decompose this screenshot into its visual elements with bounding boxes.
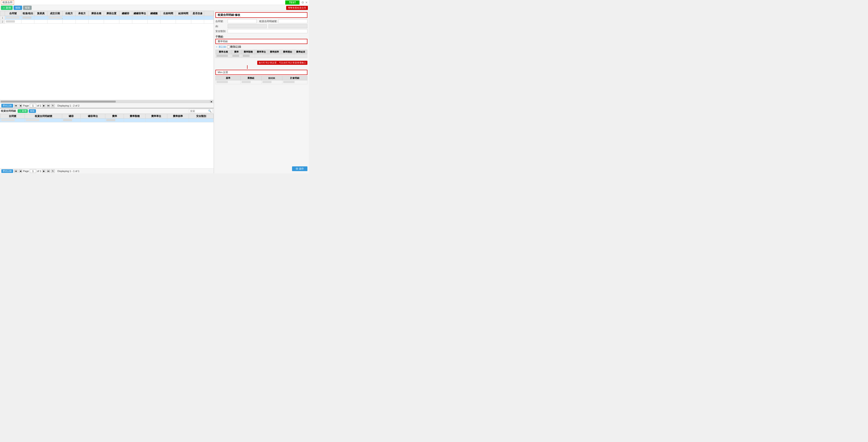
page-label: Page xyxy=(23,104,29,107)
search-input[interactable] xyxy=(190,110,208,112)
cell-wh-loc xyxy=(104,16,119,20)
cell-wh-name xyxy=(89,20,104,24)
move-button[interactable]: 移除 xyxy=(13,6,22,10)
row-num: 1 xyxy=(0,16,5,20)
bottom-nav-next[interactable]: ▶ xyxy=(42,169,46,173)
rcell-end xyxy=(294,54,307,58)
rcol-unit: 費率單位 xyxy=(255,50,268,54)
add-record-btn[interactable]: ＋ 新記錄 xyxy=(215,45,226,48)
cell-rent-inout xyxy=(21,16,34,20)
bottom-grid[interactable]: 合同號 租賃合同明細號 罐容 罐容單位 費率 費率類種 費率單位 費率頻率 安全… xyxy=(0,114,214,168)
cell-lessee xyxy=(75,20,88,24)
del-checkbox-input[interactable] xyxy=(227,45,230,48)
rate-table-row[interactable] xyxy=(216,54,307,58)
rate-tab[interactable]: 費率明細 xyxy=(215,39,307,44)
nav-first-btn[interactable]: ⏮ xyxy=(14,104,18,107)
safety-input[interactable] xyxy=(228,29,307,33)
cell-total-cap xyxy=(119,16,132,20)
mtm-table-row[interactable] xyxy=(216,80,307,84)
nav-last-btn[interactable]: ⏭ xyxy=(46,104,50,107)
cell-extra xyxy=(204,16,214,20)
safety-row: 安全類別: xyxy=(215,29,307,33)
bcell-contract xyxy=(0,118,25,122)
cell-total-tanks xyxy=(147,20,160,24)
cell-total-tanks xyxy=(147,16,160,20)
mcol-book: BOOK xyxy=(261,76,282,80)
contract-no-row: 合同號: 租賃合同明細號: xyxy=(215,19,307,23)
bottom-edit-button[interactable]: 移除 xyxy=(29,109,36,113)
nav-next-btn[interactable]: ▶ xyxy=(42,104,46,107)
rcell-start xyxy=(281,54,294,58)
col-rent-inout: 租進/租出 xyxy=(21,11,34,16)
table-row[interactable]: 1 xyxy=(0,16,214,20)
main-grid[interactable]: 合同號 租進/租出 貿易員 成交日期 出租方 承租方 庫區名稱 庫區位置 總罐容… xyxy=(0,11,214,100)
col-warehouse-loc: 庫區位置 xyxy=(104,11,119,16)
from-input2[interactable] xyxy=(269,24,308,28)
bcell-rate-freq xyxy=(167,118,189,122)
cell-lessee xyxy=(75,16,88,20)
cell-wh-loc xyxy=(104,20,119,24)
bottom-toolbar: 租賃合同明細 ＋ 新增 移除 🔍 xyxy=(0,108,214,114)
bottom-display-info: Displaying 1 - 1 of 1 xyxy=(57,170,79,172)
history-button[interactable]: 歷史記錄 xyxy=(1,104,13,107)
bottom-nav-first[interactable]: ⏮ xyxy=(14,169,18,173)
bottom-table-row[interactable] xyxy=(0,118,214,122)
cell-contract xyxy=(5,16,21,20)
mcol-bizgroup: 業務組 xyxy=(241,76,261,80)
bcol-contract-no: 合同號 xyxy=(0,114,25,118)
new-button[interactable]: ＋ 新增 xyxy=(1,6,13,10)
bottom-nav-last[interactable]: ⏭ xyxy=(46,169,50,173)
top-bar: 租賃合同 TEST ⚙ ✕ xyxy=(0,0,309,5)
mcol-base: 基準 xyxy=(216,76,241,80)
bottom-new-button[interactable]: ＋ 新增 xyxy=(18,109,28,113)
nav-prev-btn[interactable]: ◀ xyxy=(19,104,22,107)
rental-contract-no-input[interactable] xyxy=(278,19,307,23)
rate-toolbar: ＋ 新記錄 刪除記錄 xyxy=(215,45,307,49)
cell-end-time xyxy=(176,20,191,24)
mcell-book xyxy=(261,80,282,84)
col-end-time: 結束時間 xyxy=(176,11,191,16)
del-checkbox[interactable]: 刪除記錄 xyxy=(227,45,241,49)
col-total-cap-unit: 總罐容單位 xyxy=(132,11,148,16)
copy-button[interactable]: 複製 xyxy=(23,6,32,10)
right-panel: 租賃合同明細-修改 合同號: 租賃合同明細號: 由: 安全類別: 子業組: 費率… xyxy=(214,11,309,173)
from-input1[interactable] xyxy=(228,24,267,28)
grid-footer: 歷史記錄 ⏮ ◀ Page of 1 ▶ ⏭ ↻ Displaying 1 - … xyxy=(0,103,214,108)
cell-end-time xyxy=(176,16,191,20)
contract-no-input[interactable] xyxy=(228,19,256,23)
mcell-base xyxy=(216,80,241,84)
page-input[interactable] xyxy=(30,104,36,107)
sub-group-label: 子業組: xyxy=(215,35,307,38)
page-title: 租賃合同 xyxy=(1,0,14,4)
contract-no-label: 合同號: xyxy=(215,20,227,23)
scroll-right-btn[interactable]: ▶ xyxy=(210,100,213,103)
cell-lessor xyxy=(63,16,75,20)
test-badge: TEST xyxy=(285,0,300,4)
del-checkbox-label: 刪除記錄 xyxy=(230,45,241,49)
rcol-name: 費率名稱 xyxy=(216,50,231,54)
bottom-page-input[interactable] xyxy=(30,169,36,173)
refresh-btn[interactable]: ↻ xyxy=(51,104,55,107)
right-panel-title: 租賃合同明細-修改 xyxy=(215,12,307,18)
rcol-freq: 費率頻率 xyxy=(268,50,281,54)
bottom-nav-prev[interactable]: ◀ xyxy=(19,169,22,173)
save-button[interactable]: 保 儲存 xyxy=(292,166,307,171)
bottom-refresh-btn[interactable]: ↻ xyxy=(51,169,55,173)
left-panel: 合同號 租進/租出 貿易員 成交日期 出租方 承租方 庫區名稱 庫區位置 總罐容… xyxy=(0,11,214,173)
cell-lessor xyxy=(63,20,75,24)
cell-wh-name xyxy=(89,16,104,20)
bcol-cap-unit: 罐容單位 xyxy=(81,114,105,118)
horizontal-scrollbar[interactable] xyxy=(0,100,210,103)
table-row[interactable]: 2 xyxy=(0,20,214,24)
mtm-tab[interactable]: Mtm 設置 xyxy=(215,70,307,75)
bottom-history-button[interactable]: 歷史記錄 xyxy=(1,169,13,173)
cell-trader xyxy=(34,16,47,20)
bcell-rate xyxy=(105,118,124,122)
col-total-tanks: 總罐數 xyxy=(147,11,160,16)
cell-trade-date xyxy=(47,16,63,20)
bcol-rate: 費率 xyxy=(105,114,124,118)
safety-label: 安全類別: xyxy=(215,30,227,33)
annotation-tooltip-2: 進行盯市計算設置，可以在盯市計算器查看敞口 xyxy=(257,61,307,65)
cell-trader xyxy=(34,20,47,24)
settings-icon[interactable]: ⚙ ✕ xyxy=(301,1,308,4)
